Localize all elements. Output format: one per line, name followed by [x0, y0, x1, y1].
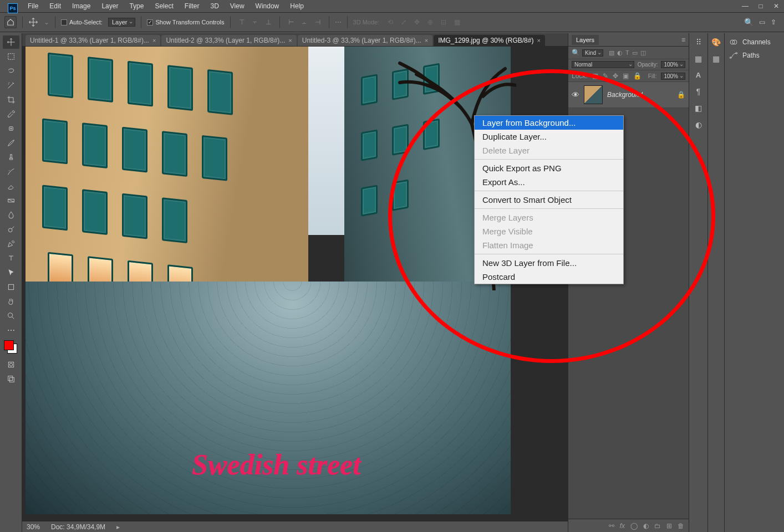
show-transform-checkbox[interactable]: Show Transform Controls	[147, 19, 224, 25]
path-select-tool[interactable]	[3, 266, 19, 279]
menu-filter[interactable]: Filter	[180, 1, 204, 11]
doc-tab-1[interactable]: Untitled-2 @ 33,3% (Layer 1, RGB/8#)...×	[161, 35, 296, 46]
close-icon[interactable]: ×	[152, 37, 156, 44]
filter-pixel-icon[interactable]: ▧	[609, 49, 614, 57]
link-icon[interactable]: ⚯	[609, 522, 614, 530]
panel-icon[interactable]: ◧	[695, 104, 702, 112]
lock-artboard-icon[interactable]: ▣	[623, 72, 629, 80]
layer-row-background[interactable]: 👁 Background 🔒	[568, 82, 689, 108]
lock-pos-icon[interactable]: ✥	[613, 72, 618, 80]
dodge-tool[interactable]	[3, 223, 19, 236]
hand-tool[interactable]	[3, 295, 19, 308]
home-icon[interactable]	[4, 16, 17, 28]
pen-tool[interactable]	[3, 237, 19, 250]
fill-value[interactable]: 100%	[661, 73, 685, 80]
ctx-postcard[interactable]: Postcard	[475, 270, 623, 284]
ctx-convert-smart-object[interactable]: Convert to Smart Object	[475, 193, 623, 207]
screen-mode-tool[interactable]	[3, 372, 19, 386]
filter-shape-icon[interactable]: ▭	[632, 49, 638, 57]
brush-tool[interactable]	[3, 136, 19, 150]
group-icon[interactable]: 🗀	[654, 522, 661, 530]
marquee-tool[interactable]	[3, 50, 19, 63]
eraser-tool[interactable]	[3, 180, 19, 193]
workspace-icon[interactable]: ▭	[759, 18, 765, 26]
edit-toolbar[interactable]: ⋯	[3, 324, 19, 337]
menu-image[interactable]: Image	[68, 1, 95, 11]
doc-tab-0[interactable]: Untitled-1 @ 33,3% (Layer 1, RGB/8#)...×	[26, 35, 160, 46]
align-icons[interactable]: ⊤ ⫟ ⊥	[236, 17, 274, 28]
paths-tab[interactable]: Paths	[725, 49, 784, 62]
auto-select-target-dropdown[interactable]: Layer	[108, 18, 136, 27]
layer-filter-search[interactable]: 🔍Kind	[572, 49, 603, 57]
share-icon[interactable]: ⇪	[771, 18, 776, 26]
panel-icon[interactable]: ⠿	[696, 38, 701, 47]
layers-tab[interactable]: Layers	[572, 35, 599, 45]
menu-type[interactable]: Type	[125, 1, 148, 11]
crop-tool[interactable]	[3, 93, 19, 106]
lasso-tool[interactable]	[3, 64, 19, 78]
menu-select[interactable]: Select	[150, 1, 177, 11]
minimize-button[interactable]: —	[737, 1, 753, 12]
filter-adjust-icon[interactable]: ◐	[617, 49, 623, 57]
layer-name[interactable]: Background	[607, 91, 643, 99]
ctx-duplicate-layer[interactable]: Duplicate Layer...	[475, 130, 623, 144]
close-button[interactable]: ✕	[768, 1, 784, 12]
panel-icon[interactable]: ◐	[695, 120, 702, 129]
adjustment-icon[interactable]: ◐	[643, 522, 649, 530]
ctx-quick-export-png[interactable]: Quick Export as PNG	[475, 161, 623, 175]
type-tool[interactable]	[3, 252, 19, 265]
trash-icon[interactable]: 🗑	[678, 522, 684, 530]
lock-trans-icon[interactable]: ▩	[592, 72, 598, 80]
char-panel-icon[interactable]: A	[696, 71, 701, 79]
opacity-value[interactable]: 100%	[661, 61, 685, 68]
ctx-new-3d-layer[interactable]: New 3D Layer from File...	[475, 256, 623, 270]
fg-color-swatch[interactable]	[4, 340, 14, 350]
menu-window[interactable]: Window	[251, 1, 284, 11]
stamp-tool[interactable]	[3, 151, 19, 164]
menu-3d[interactable]: 3D	[206, 1, 223, 11]
eyedropper-tool[interactable]	[3, 108, 19, 121]
distribute-icon[interactable]: ⋯	[335, 18, 342, 26]
ctx-export-as[interactable]: Export As...	[475, 175, 623, 189]
close-icon[interactable]: ×	[537, 37, 540, 44]
status-arrow-icon[interactable]: ▸	[116, 523, 120, 531]
new-layer-icon[interactable]: ⊞	[666, 522, 672, 530]
healing-tool[interactable]	[3, 122, 19, 135]
history-brush-tool[interactable]	[3, 165, 19, 178]
swatches-panel-icon[interactable]: ▦	[712, 54, 720, 63]
menu-view[interactable]: View	[226, 1, 249, 11]
align-right-icon[interactable]: ⊣	[312, 17, 323, 28]
para-panel-icon[interactable]: ¶	[696, 87, 701, 96]
filter-smart-icon[interactable]: ◫	[640, 49, 646, 57]
quick-mask-tool[interactable]	[3, 358, 19, 371]
menu-layer[interactable]: Layer	[97, 1, 123, 11]
panel-icon[interactable]: ▦	[695, 54, 702, 63]
doc-tab-2[interactable]: Untitled-3 @ 33,3% (Layer 1, RGB/8#)...×	[298, 35, 432, 46]
shape-tool[interactable]	[3, 280, 19, 294]
layer-filter-icons[interactable]: ▧ ◐ T ▭ ◫	[609, 49, 646, 57]
align-hcenter-icon[interactable]: ⫠	[299, 17, 310, 28]
panel-menu-icon[interactable]: ≡	[681, 36, 689, 44]
menu-help[interactable]: Help	[286, 1, 308, 11]
move-tool-icon[interactable]	[28, 17, 38, 27]
channels-tab[interactable]: Channels	[725, 35, 784, 49]
ctx-layer-from-background[interactable]: Layer from Background...	[475, 116, 623, 130]
visibility-icon[interactable]: 👁	[572, 90, 579, 99]
zoom-level[interactable]: 30%	[27, 523, 40, 531]
doc-tab-3[interactable]: IMG_1299.jpg @ 30% (RGB/8#)×	[434, 35, 545, 46]
blend-mode-dropdown[interactable]: Normal	[572, 61, 634, 68]
lock-brush-icon[interactable]: ✎	[603, 72, 608, 80]
align-vcenter-icon[interactable]: ⫟	[250, 17, 261, 28]
blur-tool[interactable]	[3, 208, 19, 222]
close-icon[interactable]: ×	[288, 37, 292, 44]
move-tool[interactable]	[3, 35, 19, 49]
mask-icon[interactable]: ◯	[630, 522, 638, 530]
close-icon[interactable]: ×	[425, 37, 428, 44]
align-top-icon[interactable]: ⊤	[236, 17, 247, 28]
maximize-button[interactable]: □	[753, 1, 768, 12]
align-h-icons[interactable]: ⊢ ⫠ ⊣	[286, 17, 323, 28]
magic-wand-tool[interactable]	[3, 79, 19, 92]
align-left-icon[interactable]: ⊢	[286, 17, 297, 28]
menu-file[interactable]: File	[23, 1, 43, 11]
menu-edit[interactable]: Edit	[45, 1, 65, 11]
